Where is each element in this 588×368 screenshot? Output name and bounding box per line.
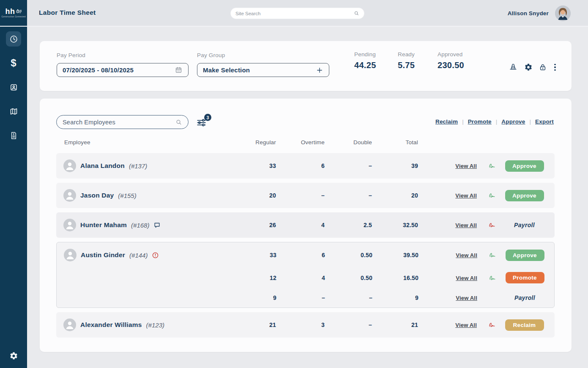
user-avatar[interactable] — [555, 5, 571, 21]
pay-period-picker[interactable]: 07/20/2025 - 08/10/2025 — [57, 63, 189, 77]
signature-icon[interactable] — [488, 221, 496, 229]
table-row: Hunter Maham (#168) 26 4 2.5 32.50 View … — [56, 212, 555, 238]
traffic-cone-icon — [509, 63, 517, 71]
action-button[interactable]: Reclaim — [505, 319, 544, 331]
logo-tagline: Construction Connected — [1, 16, 25, 18]
promote-link[interactable]: Promote — [468, 118, 492, 125]
regular-hours: 26 — [208, 222, 276, 228]
signature-icon[interactable] — [488, 321, 496, 329]
reclaim-link[interactable]: Reclaim — [435, 118, 458, 125]
signature-icon[interactable] — [488, 251, 497, 259]
approve-link[interactable]: Approve — [501, 118, 525, 125]
overtime-hours: 4 — [276, 222, 325, 228]
app-logo[interactable]: hh Construction Connected — [0, 0, 27, 27]
user-menu[interactable]: Allison Snyder — [508, 0, 571, 27]
overtime-hours: 3 — [276, 321, 325, 328]
timesheet-line: Jason Day (#155) 20 – – 20 View All Appr… — [56, 183, 555, 208]
person-icon — [63, 159, 76, 172]
stat-ready-label: Ready — [398, 51, 415, 58]
timesheet-line: 9 – – 9 View All Payroll — [57, 288, 554, 308]
employee-name: Alexander Williams — [80, 321, 142, 329]
signature-icon[interactable] — [488, 274, 497, 282]
comment-icon[interactable] — [153, 222, 161, 229]
sidebar: hh Construction Connected — [0, 0, 27, 368]
sidebar-item-employees[interactable] — [6, 80, 21, 95]
view-all-link[interactable]: View All — [455, 222, 477, 228]
sidebar-item-settings[interactable] — [6, 348, 21, 363]
action-button[interactable]: Approve — [505, 160, 544, 172]
view-all-link[interactable]: View All — [455, 163, 477, 169]
top-header: Labor Time Sheet Allison Snyder — [27, 0, 588, 27]
person-icon — [63, 319, 76, 331]
double-hours: 2.5 — [325, 222, 372, 228]
employee-id: (#168) — [131, 222, 149, 229]
settings-button[interactable] — [524, 63, 533, 71]
overtime-hours: – — [276, 294, 325, 301]
table-row: Jason Day (#155) 20 – – 20 View All Appr… — [56, 183, 555, 208]
table-header: Employee Regular Overtime Double Total — [56, 136, 555, 148]
total-hours: 21 — [372, 321, 418, 328]
export-link[interactable]: Export — [535, 118, 554, 125]
col-overtime: Overtime — [276, 139, 325, 146]
action-button[interactable]: Approve — [506, 250, 544, 261]
view-all-link[interactable]: View All — [455, 192, 477, 199]
employee-avatar — [63, 189, 76, 202]
total-hours: 9 — [372, 294, 418, 301]
double-hours: 0.50 — [325, 252, 372, 258]
sidebar-item-payroll[interactable]: $ — [6, 55, 21, 71]
site-search — [230, 8, 364, 19]
warning-icon[interactable] — [152, 252, 159, 259]
view-all-link[interactable]: View All — [456, 252, 477, 258]
invoice-icon — [9, 131, 18, 140]
lock-button[interactable] — [539, 63, 547, 71]
action-button[interactable]: Promote — [506, 272, 544, 283]
avatar-illustration — [555, 5, 571, 21]
search-icon[interactable] — [354, 11, 359, 16]
employee-name: Jason Day — [80, 192, 114, 199]
stat-approved: Approved 230.50 — [438, 51, 464, 70]
overtime-hours: – — [276, 192, 325, 199]
employee-id: (#155) — [118, 192, 136, 199]
pay-period-label: Pay Period — [57, 52, 85, 58]
overtime-hours: 6 — [276, 252, 325, 258]
employee-search-input[interactable] — [63, 119, 175, 126]
person-icon — [63, 219, 76, 231]
more-options-button[interactable] — [552, 63, 558, 71]
stat-ready-value: 5.75 — [398, 60, 415, 70]
action-button[interactable]: Approve — [505, 190, 544, 201]
double-hours: – — [325, 162, 372, 169]
sidebar-item-invoices[interactable] — [6, 128, 21, 143]
signature-icon[interactable] — [488, 192, 496, 199]
signature-icon[interactable] — [488, 162, 496, 170]
employee-avatar — [63, 319, 76, 331]
search-icon[interactable] — [175, 119, 182, 126]
sidebar-item-time[interactable] — [6, 31, 21, 47]
double-hours: – — [325, 321, 372, 328]
timesheet-line: Austin Ginder (#144) 33 6 0.50 39.50 Vie… — [57, 242, 554, 268]
total-hours: 20 — [372, 192, 418, 199]
sidebar-item-jobs-map[interactable] — [6, 104, 21, 119]
employee-avatar — [63, 159, 76, 172]
view-all-link[interactable]: View All — [455, 322, 477, 328]
col-total: Total — [372, 139, 418, 146]
employee-avatar — [64, 249, 77, 261]
regular-hours: 33 — [209, 252, 276, 258]
pay-group-select[interactable]: Make Selection — [197, 63, 329, 77]
view-all-link[interactable]: View All — [456, 295, 477, 301]
employee-name: Alana Landon — [80, 162, 125, 170]
user-name: Allison Snyder — [508, 10, 549, 16]
cone-button[interactable] — [509, 63, 517, 71]
timesheet-line: 12 4 0.50 16.50 View All Promote — [57, 268, 554, 288]
regular-hours: 21 — [208, 321, 276, 328]
page-title: Labor Time Sheet — [39, 9, 96, 16]
stat-approved-label: Approved — [438, 51, 464, 58]
separator: | — [496, 118, 498, 125]
view-all-link[interactable]: View All — [456, 275, 477, 281]
map-icon — [9, 107, 18, 116]
stat-pending: Pending 44.25 — [354, 51, 376, 70]
stat-ready: Ready 5.75 — [398, 51, 415, 70]
filter-count-badge: 3 — [204, 114, 211, 121]
site-search-input[interactable] — [235, 11, 354, 16]
timesheet-card: 3 Reclaim | Promote | Approve | Export E… — [40, 99, 572, 352]
gear-icon — [524, 63, 533, 71]
